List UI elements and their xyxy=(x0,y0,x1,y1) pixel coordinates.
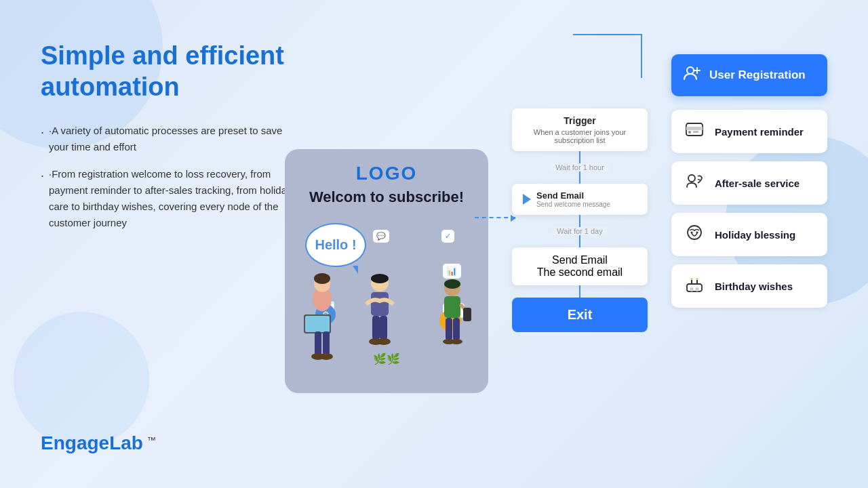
svg-point-2 xyxy=(314,273,330,284)
speech-bubble: Hello ! xyxy=(305,223,366,267)
svg-point-33 xyxy=(688,226,701,239)
connector-v4 xyxy=(579,238,580,247)
svg-point-10 xyxy=(371,274,389,283)
svg-point-17 xyxy=(444,279,460,289)
holiday-blessing-card[interactable]: Holiday blessing xyxy=(671,213,827,256)
workflow-email1-node: Send Email Send welcome message xyxy=(512,184,648,215)
wait1-text: Wait for 1 hour xyxy=(551,163,608,171)
holiday-label: Holiday blessing xyxy=(715,229,795,241)
connector-vertical xyxy=(641,34,642,78)
card-title: Welcom to subscribe! xyxy=(309,188,464,206)
aftersale-icon xyxy=(682,171,707,195)
svg-rect-21 xyxy=(446,318,452,340)
user-reg-icon xyxy=(682,64,701,87)
desc-item-1: ·A variety of automatic processes are pr… xyxy=(41,123,298,155)
connector-horizontal-top xyxy=(573,34,642,35)
svg-rect-36 xyxy=(687,284,702,291)
workflow-diagram: Trigger When a customer joins your subsc… xyxy=(512,108,648,332)
svg-rect-6 xyxy=(323,331,330,355)
email-arrow-icon xyxy=(523,194,531,205)
workflow-email2-node: Send Email The second email xyxy=(512,247,648,285)
illustration-card: LOGO Welcom to subscribe! Hello ! 💬 ✓ 📊 … xyxy=(285,149,488,393)
desc-item-2: ·From registration welcome to loss recov… xyxy=(41,166,298,231)
svg-point-25 xyxy=(687,67,694,74)
svg-point-8 xyxy=(319,353,333,360)
left-panel: Simple and efficient automation ·A varie… xyxy=(41,41,298,251)
birthday-label: Birthday wishes xyxy=(715,281,793,292)
svg-rect-5 xyxy=(315,331,321,355)
email2-title: Send Email xyxy=(523,254,637,266)
brand-name-part1: Engage xyxy=(41,432,109,453)
email1-title: Send Email xyxy=(536,190,610,201)
payment-label: Payment reminder xyxy=(715,126,804,138)
svg-rect-22 xyxy=(453,318,460,340)
holiday-icon xyxy=(682,222,707,247)
svg-rect-37 xyxy=(690,287,693,291)
right-panel: User Registration Payment reminder After… xyxy=(671,54,827,316)
svg-point-24 xyxy=(450,339,462,344)
payment-reminder-card[interactable]: Payment reminder xyxy=(671,110,827,153)
card-logo: LOGO xyxy=(356,163,417,184)
brand-name: EngageLab xyxy=(41,432,143,454)
illustration: Hello ! 💬 ✓ 📊 〜〜 ✉️ ⚙ ● xyxy=(298,216,475,365)
svg-rect-12 xyxy=(372,316,380,340)
trigger-sub: When a customer joins your subscription … xyxy=(523,128,637,144)
svg-point-15 xyxy=(377,338,391,345)
title-line1: Simple and efficient xyxy=(41,41,284,70)
svg-rect-31 xyxy=(693,131,698,133)
brand-name-part2: Lab xyxy=(109,432,143,453)
workflow-trigger-node: Trigger When a customer joins your subsc… xyxy=(512,108,648,151)
svg-point-30 xyxy=(688,131,691,134)
float-icon-chat: 💬 xyxy=(373,230,389,243)
trigger-title: Trigger xyxy=(523,115,637,126)
svg-point-35 xyxy=(696,232,698,234)
brand-logo: EngageLab ™ xyxy=(41,432,156,454)
email2-sub: The second email xyxy=(523,266,637,279)
connector-v5 xyxy=(579,285,580,298)
birthday-icon xyxy=(682,274,707,298)
svg-point-34 xyxy=(691,232,693,234)
birthday-wishes-card[interactable]: Birthday wishes xyxy=(671,264,827,308)
wait-label-1: Wait for 1 hour xyxy=(512,161,648,174)
svg-rect-13 xyxy=(380,316,387,340)
aftersale-card[interactable]: After-sale service xyxy=(671,161,827,205)
svg-rect-38 xyxy=(696,287,698,291)
workflow-exit-node: Exit xyxy=(512,298,648,332)
person-right xyxy=(431,270,475,365)
person-laptop xyxy=(298,264,346,365)
speech-text: Hello ! xyxy=(315,237,356,253)
connector-v2 xyxy=(579,174,580,184)
description-list: ·A variety of automatic processes are pr… xyxy=(41,123,298,231)
email1-text: Send Email Send welcome message xyxy=(536,190,610,208)
svg-point-32 xyxy=(688,175,695,182)
svg-rect-18 xyxy=(444,296,460,318)
svg-rect-20 xyxy=(463,308,471,321)
plants: 🌿🌿 xyxy=(373,352,400,365)
connector-v1 xyxy=(579,151,580,161)
wait2-text: Wait for 1 day xyxy=(553,227,606,235)
email1-sub: Send welcome message xyxy=(536,201,610,208)
aftersale-label: After-sale service xyxy=(715,178,800,189)
user-registration-card[interactable]: User Registration xyxy=(671,54,827,96)
person-center xyxy=(356,264,403,365)
connector-v3 xyxy=(579,215,580,224)
float-icon-check: ✓ xyxy=(441,230,454,243)
svg-rect-11 xyxy=(371,292,389,316)
wait-label-2: Wait for 1 day xyxy=(512,224,648,238)
svg-rect-4 xyxy=(305,316,330,332)
payment-icon xyxy=(682,119,707,144)
user-reg-label: User Registration xyxy=(709,68,806,82)
main-title: Simple and efficient automation xyxy=(41,41,298,102)
bg-decoration-circle-2 xyxy=(14,312,149,447)
svg-rect-29 xyxy=(686,127,703,130)
title-line2: automation xyxy=(41,73,180,101)
dashed-connector-arrow xyxy=(475,217,515,218)
brand-tm: ™ xyxy=(147,435,156,445)
